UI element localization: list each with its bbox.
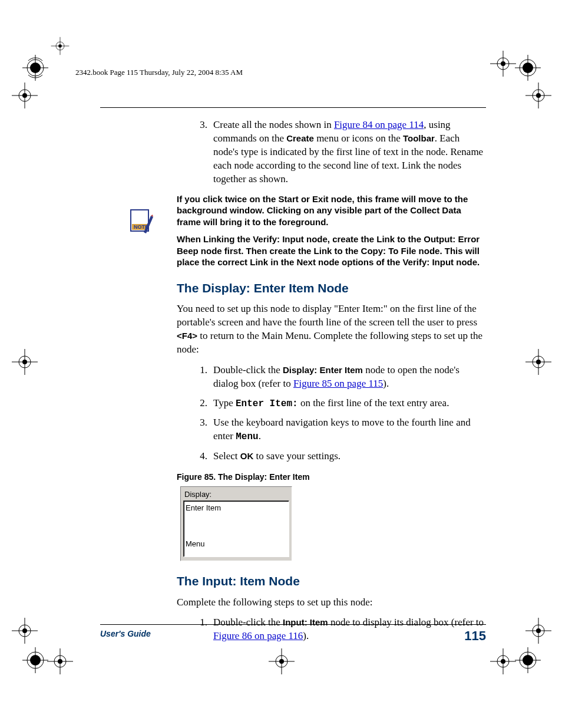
registration-mark-icon <box>525 618 551 644</box>
enter-item-literal: Enter Item: <box>236 398 298 409</box>
registration-mark-icon <box>525 83 551 108</box>
menu-literal: Menu <box>236 431 258 442</box>
create-menu-label: Create <box>286 133 314 143</box>
display-enter-item-label: Display: Enter Item <box>283 365 363 375</box>
registration-mark-icon <box>12 618 38 644</box>
note-block: NOTE If you click twice on the Start or … <box>100 193 486 268</box>
body-text: menu or icons on the <box>314 133 403 144</box>
crop-mark-icon <box>515 55 541 81</box>
display-field-label: Display: <box>183 489 289 501</box>
heading-display-enter-item: The Display: Enter Item Node <box>177 280 486 297</box>
body-text: Create all the nodes shown in <box>213 119 334 130</box>
page-header-text: 2342.book Page 115 Thursday, July 22, 20… <box>75 68 243 77</box>
step-number: 3. <box>193 416 207 444</box>
footer-title: User's Guide <box>100 629 151 638</box>
registration-mark-icon <box>12 349 38 375</box>
list-item: 1. Double-click the Display: Enter Item … <box>100 364 486 391</box>
page-number: 115 <box>464 628 486 644</box>
registration-mark-icon <box>12 83 38 108</box>
body-paragraph: You need to set up this node to display … <box>177 302 486 357</box>
note-paragraph-1: If you click twice on the Start or Exit … <box>177 193 486 228</box>
f4-key-label: <F4> <box>177 331 197 341</box>
list-item: 2. Type Enter Item: on the first line of… <box>100 397 486 411</box>
registration-mark-icon <box>47 648 73 674</box>
display-textarea[interactable]: Enter Item Menu <box>183 500 289 557</box>
note-icon: NOTE <box>130 206 154 239</box>
figure-85-display-panel: Display: Enter Item Menu <box>180 486 292 562</box>
crop-mark-icon <box>515 647 541 673</box>
registration-mark-icon <box>490 51 516 77</box>
list-item: 3. Use the keyboard navigation keys to m… <box>100 416 486 444</box>
page-footer: 115 User's Guide <box>100 624 486 644</box>
step-number: 4. <box>193 450 207 463</box>
figure-85-link[interactable]: Figure 85 on page 115 <box>293 378 383 389</box>
heading-input-item: The Input: Item Node <box>177 573 486 589</box>
crop-mark-icon <box>22 55 48 81</box>
ok-button-label: OK <box>240 451 254 461</box>
registration-mark-icon <box>490 648 516 674</box>
toolbar-label: Toolbar <box>403 133 435 143</box>
registration-mark-icon <box>269 648 295 674</box>
body-paragraph: Complete the following steps to set up t… <box>177 596 486 610</box>
step-number: 1. <box>193 364 207 391</box>
step-number: 3. <box>193 118 207 186</box>
registration-mark-icon <box>525 349 551 375</box>
registration-mark-icon <box>51 37 70 55</box>
note-paragraph-2: When Linking the Verify: Input node, cre… <box>177 233 486 268</box>
list-item: 4. Select OK to save your settings. <box>100 450 486 463</box>
crop-mark-icon <box>22 647 48 673</box>
figure-85-caption: Figure 85. The Display: Enter Item <box>177 472 486 483</box>
step-3: 3. Create all the nodes shown in Figure … <box>100 118 486 186</box>
step-number: 2. <box>193 397 207 411</box>
figure-84-link[interactable]: Figure 84 on page 114 <box>334 119 424 130</box>
